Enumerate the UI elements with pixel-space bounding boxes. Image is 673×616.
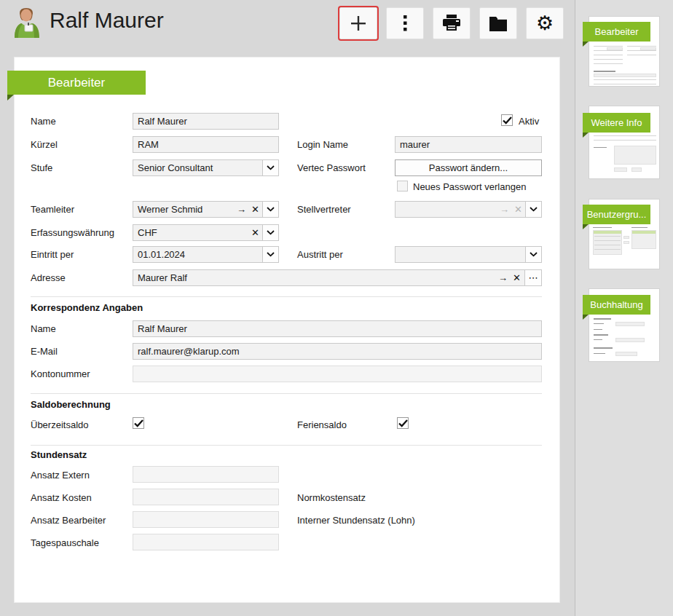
tab-bearbeiter[interactable]: Bearbeiter [7,71,146,95]
ansatz-bearbeiter-input[interactable] [133,511,279,528]
saldoberechnung-section-title: Saldoberechnung [31,399,111,410]
kebab-menu-icon [403,15,407,32]
eintritt-per-select[interactable]: 01.01.2024 [133,246,279,263]
korrespondenz-section-title: Korrespondenz Angaben [31,302,143,313]
employee-avatar-icon [10,6,42,38]
email-label: E-Mail [31,346,58,357]
passwort-aendern-button[interactable]: Passwort ändern... [395,159,542,176]
teamleiter-select[interactable]: Werner Schmid → ✕ [133,201,279,218]
clear-icon: ✕ [514,202,522,217]
banner-fold [7,95,14,100]
thumbnail-label-buchhaltung[interactable]: Buchhaltung [583,295,650,315]
chevron-down-icon[interactable] [525,202,541,217]
kontonummer-input[interactable] [133,366,542,382]
tagespauschale-label: Tagespauschale [31,537,99,548]
check-icon [398,419,408,427]
ueberzeitsaldo-checkbox[interactable] [133,417,144,429]
korrespondenz-name-input[interactable] [133,320,542,337]
chevron-down-icon[interactable] [525,247,541,262]
eintritt-per-label: Eintritt per [31,249,74,260]
kuerzel-label: Kürzel [31,139,58,150]
erfassungswaehrung-select[interactable]: CHF ✕ [133,224,279,241]
check-icon [134,419,143,427]
goto-arrow-icon[interactable]: → [237,202,246,217]
ansatz-kosten-input[interactable] [133,489,279,505]
normkostensatz-label: Normkostensatz [297,492,366,503]
clear-icon[interactable]: ✕ [251,225,259,240]
print-button[interactable] [433,7,471,39]
clear-icon[interactable]: ✕ [513,270,521,285]
banner-fold [583,133,589,138]
stundensatz-section-title: Stundensatz [31,449,87,460]
ansatz-bearbeiter-label: Ansatz Bearbeiter [31,515,106,526]
feriensaldo-label: Feriensaldo [297,419,347,430]
interner-stundensatz-label: Interner Stundensatz (Lohn) [297,515,415,526]
kuerzel-input[interactable] [133,136,279,153]
banner-fold [583,42,589,47]
adresse-field[interactable]: Maurer Ralf → ✕ ⋯ [133,269,542,286]
chevron-down-icon[interactable] [262,247,278,262]
gear-icon: ⚙ [536,14,554,33]
banner-fold [583,315,589,320]
name-label: Name [31,116,56,127]
printer-icon [441,15,462,32]
goto-arrow-icon: → [500,202,509,217]
austritt-per-select[interactable] [395,246,542,263]
folder-icon [488,15,508,31]
stellvertreter-label: Stellvertreter [297,204,351,215]
thumbnail-label-benutzergruppen[interactable]: Benutzergru... [583,205,650,224]
page-thumbnails-sidebar: Bearbeiter Weitere Info Benutzergru... [575,0,673,616]
add-button[interactable] [339,7,377,39]
ellipsis-icon: ⋯ [529,272,538,283]
plus-icon [350,15,367,32]
chevron-down-icon[interactable] [262,202,278,217]
chevron-down-icon[interactable] [262,160,278,175]
chevron-down-icon[interactable] [262,225,278,240]
thumbnail-label-bearbeiter[interactable]: Bearbeiter [583,22,650,42]
name-input[interactable] [133,113,279,130]
more-actions-button[interactable] [386,7,424,39]
stufe-label: Stufe [31,162,52,173]
app: { "colors": { "accent_green": "#86bc25",… [0,0,673,616]
aktiv-checkbox[interactable] [501,114,513,126]
clear-icon[interactable]: ✕ [251,202,259,217]
check-icon [503,117,512,125]
banner-fold [583,224,589,229]
neues-passwort-checkbox[interactable] [397,181,408,191]
goto-arrow-icon[interactable]: → [498,270,508,285]
vertec-passwort-label: Vertec Passwort [297,162,366,173]
folder-button[interactable] [479,7,517,39]
aktiv-label: Aktiv [519,116,539,127]
feriensaldo-checkbox[interactable] [397,417,409,429]
tagespauschale-input[interactable] [133,534,279,550]
adresse-label: Adresse [31,272,66,283]
thumbnail-label-weitere-info[interactable]: Weitere Info [583,113,650,133]
stufe-select[interactable]: Senior Consultant [133,159,279,176]
email-input[interactable] [133,343,542,360]
korrespondenz-name-label: Name [31,323,56,334]
section-divider [31,296,542,297]
austritt-per-label: Austritt per [297,249,343,260]
teamleiter-label: Teamleiter [31,204,74,215]
settings-button[interactable]: ⚙ [526,7,564,39]
stellvertreter-select[interactable]: → ✕ [395,201,542,218]
ansatz-kosten-label: Ansatz Kosten [31,492,92,503]
login-name-label: Login Name [297,139,348,150]
neues-passwort-label: Neues Passwort verlangen [413,181,526,192]
erfassungswaehrung-label: Erfassungswährung [31,227,114,238]
section-divider [31,445,542,446]
ansatz-extern-input[interactable] [133,466,279,483]
ellipsis-button[interactable]: ⋯ [524,270,541,285]
login-name-input[interactable] [395,136,542,153]
ueberzeitsaldo-label: Überzeitsaldo [31,419,89,430]
section-divider [31,393,542,394]
ansatz-extern-label: Ansatz Extern [31,470,90,481]
kontonummer-label: Kontonummer [31,368,90,379]
page-title: Ralf Maurer [50,8,164,33]
